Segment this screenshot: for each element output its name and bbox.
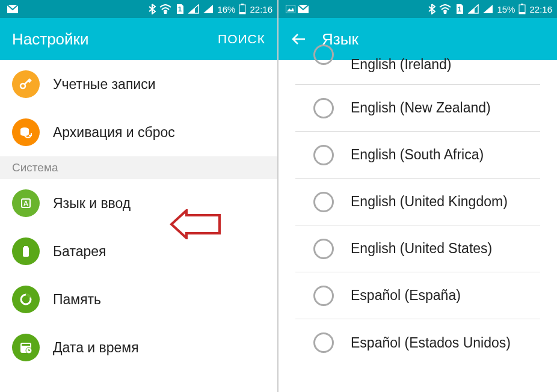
bluetooth-icon xyxy=(149,4,156,14)
svg-point-1 xyxy=(165,12,167,14)
search-button[interactable]: ПОИСК xyxy=(218,32,265,46)
settings-item-label: Архивация и сброс xyxy=(53,124,175,141)
battery-pct: 16% xyxy=(217,4,235,14)
svg-point-6 xyxy=(20,84,25,88)
sim-icon: 1 xyxy=(455,4,464,14)
backup-icon xyxy=(12,118,40,146)
language-option[interactable]: Español (España) xyxy=(295,272,540,319)
language-option[interactable]: Español (Estados Unidos) xyxy=(295,319,540,366)
radio-icon xyxy=(313,286,334,306)
clock: 22:16 xyxy=(250,4,272,14)
calendar-icon xyxy=(12,334,40,361)
page-title: Язык xyxy=(322,30,545,49)
svg-rect-17 xyxy=(286,5,295,13)
settings-item-battery[interactable]: Батарея xyxy=(0,227,277,275)
signal-icon xyxy=(468,4,479,14)
battery-icon xyxy=(519,4,526,14)
battery-pct: 15% xyxy=(497,4,515,14)
language-option[interactable]: English (United Kingdom) xyxy=(295,179,540,225)
signal-icon xyxy=(188,4,199,14)
language-list[interactable]: English (Ireland) English (New Zealand) … xyxy=(278,58,557,366)
radio-icon xyxy=(313,98,334,118)
sim-icon: 1 xyxy=(175,4,185,14)
section-header-system: Система xyxy=(0,156,277,179)
settings-list: Учетные записи Архивация и сброс Система… xyxy=(0,60,277,372)
svg-rect-23 xyxy=(519,12,525,14)
svg-rect-11 xyxy=(23,247,29,257)
language-option[interactable]: English (New Zealand) xyxy=(295,85,540,132)
settings-item-label: Язык и ввод xyxy=(53,195,131,212)
settings-item-label: Батарея xyxy=(53,243,106,260)
screen-settings: 1 16% 22:16 Настройки ПОИСК Учетные запи… xyxy=(0,0,278,392)
signal2-icon xyxy=(203,4,214,14)
svg-rect-5 xyxy=(239,12,245,14)
status-bar: 1 15% 22:16 xyxy=(278,0,557,18)
svg-rect-10 xyxy=(24,246,28,247)
settings-item-backup[interactable]: Архивация и сброс xyxy=(0,108,277,156)
svg-point-19 xyxy=(445,12,446,14)
radio-icon xyxy=(313,239,334,259)
language-option[interactable]: English (United States) xyxy=(295,225,540,272)
language-label: Español (España) xyxy=(351,287,461,304)
page-title: Настройки xyxy=(12,30,218,49)
radio-icon xyxy=(313,332,334,353)
clock: 22:16 xyxy=(529,4,552,14)
language-label: English (United States) xyxy=(351,240,492,257)
action-bar: Настройки ПОИСК xyxy=(0,18,277,60)
settings-item-label: Учетные записи xyxy=(53,76,156,93)
radio-icon xyxy=(313,192,334,212)
settings-item-memory[interactable]: Память xyxy=(0,275,277,323)
svg-text:A: A xyxy=(23,200,28,207)
gmail-icon xyxy=(7,5,18,13)
key-icon xyxy=(12,70,40,98)
language-option[interactable]: English (South Africa) xyxy=(295,132,540,179)
svg-text:1: 1 xyxy=(178,5,182,13)
svg-text:1: 1 xyxy=(458,5,461,13)
language-label: Español (Estados Unidos) xyxy=(351,335,511,351)
memory-icon xyxy=(12,286,40,313)
back-button[interactable] xyxy=(291,31,307,47)
radio-icon xyxy=(313,44,334,65)
battery-item-icon xyxy=(12,237,40,265)
settings-item-datetime[interactable]: Дата и время xyxy=(0,323,277,372)
settings-item-accounts[interactable]: Учетные записи xyxy=(0,60,277,108)
status-bar: 1 16% 22:16 xyxy=(0,0,277,18)
settings-item-label: Дата и время xyxy=(53,340,139,356)
signal2-icon xyxy=(482,4,493,14)
radio-icon xyxy=(313,145,334,165)
wifi-icon xyxy=(439,4,451,14)
wifi-icon xyxy=(159,4,171,14)
language-icon: A xyxy=(12,189,40,217)
language-label: English (Ireland) xyxy=(351,57,451,73)
gmail-icon xyxy=(298,5,309,13)
bluetooth-icon xyxy=(428,4,435,14)
settings-item-language[interactable]: A Язык и ввод xyxy=(0,179,277,227)
settings-item-label: Память xyxy=(53,292,101,308)
battery-icon xyxy=(239,4,246,14)
language-label: English (South Africa) xyxy=(351,147,484,163)
language-option[interactable]: English (Ireland) xyxy=(295,58,540,85)
image-icon xyxy=(286,5,295,13)
language-label: English (New Zealand) xyxy=(351,100,491,116)
screen-language: 1 15% 22:16 Язык English (Ireland) Engli… xyxy=(278,0,557,392)
language-label: English (United Kingdom) xyxy=(351,194,508,210)
